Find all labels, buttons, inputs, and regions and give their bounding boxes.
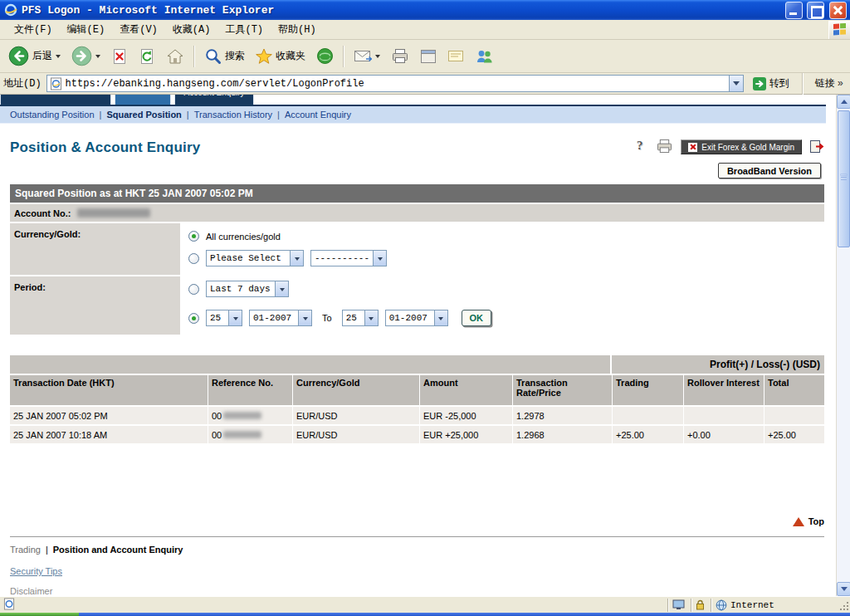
address-dropdown-button[interactable]	[729, 76, 743, 91]
nav-transaction-history[interactable]: Transaction History	[194, 110, 272, 120]
mail-button[interactable]	[349, 45, 385, 67]
back-dropdown-icon[interactable]	[56, 55, 61, 61]
tab-partial-middle[interactable]	[115, 95, 171, 105]
nav-separator: |	[187, 110, 189, 120]
col-currency-gold: Currency/Gold	[292, 375, 419, 405]
exit-forex-gold-margin-button[interactable]: Exit Forex & Gold Margin	[681, 139, 802, 154]
arrow-down-icon	[841, 587, 848, 594]
print-icon	[391, 48, 409, 64]
go-button[interactable]: 转到	[749, 76, 794, 91]
vertical-scrollbar[interactable]	[836, 95, 850, 596]
ie-logo-icon	[4, 3, 17, 17]
tab-account-enquiry[interactable]: Account Enquiry	[174, 95, 254, 105]
menu-favorites[interactable]: 收藏(A)	[165, 20, 218, 39]
title-bar: PFS Logon - Microsoft Internet Explorer	[0, 0, 850, 20]
last7days-select[interactable]: Last 7 days	[206, 281, 289, 297]
help-icon[interactable]: ?	[633, 138, 648, 156]
col-transaction-rate: Transaction Rate/Price	[512, 375, 612, 405]
back-label: 后退	[32, 49, 52, 63]
svg-text:?: ?	[637, 139, 643, 152]
forward-button[interactable]	[66, 42, 105, 71]
logout-icon[interactable]	[809, 139, 824, 155]
mail-dropdown-icon[interactable]	[375, 55, 380, 61]
chevron-more-icon: »	[838, 78, 843, 90]
ok-button[interactable]: OK	[462, 310, 491, 326]
close-button[interactable]	[829, 2, 847, 19]
tab-partial-left[interactable]	[0, 95, 111, 105]
nav-account-enquiry[interactable]: Account Enquiry	[285, 110, 351, 120]
page-icon	[50, 77, 62, 90]
scroll-down-button[interactable]	[837, 582, 850, 596]
broadband-version-button[interactable]: BroadBand Version	[718, 163, 821, 178]
menu-tools[interactable]: 工具(T)	[217, 20, 271, 39]
pair-select[interactable]: ----------	[310, 250, 387, 266]
menu-edit[interactable]: 编辑(E)	[60, 20, 113, 39]
address-input[interactable]: https://ebanking.hangseng.com/servlet/Lo…	[46, 75, 744, 92]
print-page-icon[interactable]	[656, 139, 673, 155]
subnav-bar: Outstanding Position | Squared Position …	[0, 106, 826, 124]
profit-loss-header-row: Profit(+) / Loss(-) (USD)	[10, 355, 824, 374]
search-button[interactable]: 搜索	[199, 43, 250, 69]
go-label: 转到	[769, 76, 789, 90]
refresh-button[interactable]	[134, 44, 160, 69]
cell-trading: +25.00	[612, 426, 683, 443]
media-button[interactable]	[311, 43, 339, 69]
exit-button-label: Exit Forex & Gold Margin	[701, 143, 794, 152]
messenger-button[interactable]	[470, 45, 498, 68]
home-button[interactable]	[161, 44, 189, 69]
search-icon	[204, 47, 222, 65]
favorites-button[interactable]: 收藏夹	[251, 44, 310, 69]
table-row: 25 JAN 2007 10:18 AM 00 EUR/USD EUR +25,…	[10, 426, 824, 443]
specific-currency-radio[interactable]	[188, 253, 199, 264]
menu-help[interactable]: 帮助(H)	[271, 20, 324, 39]
footer-divider	[10, 536, 824, 537]
profit-loss-header-spacer	[10, 355, 610, 374]
nav-squared-position[interactable]: Squared Position	[106, 110, 181, 120]
favorites-star-icon	[256, 48, 272, 65]
all-currencies-radio[interactable]	[188, 231, 199, 242]
stop-button[interactable]	[106, 44, 133, 69]
forward-dropdown-icon[interactable]	[95, 55, 100, 61]
links-button[interactable]: 链接 »	[812, 76, 847, 91]
footer-trading-link[interactable]: Trading	[10, 545, 41, 555]
monitor-icon	[672, 599, 685, 610]
security-tips-link[interactable]: Security Tips	[10, 566, 62, 576]
discuss-button[interactable]	[442, 45, 469, 68]
menu-view[interactable]: 查看(V)	[112, 20, 165, 39]
forward-icon	[71, 46, 92, 66]
page-title: Position & Account Enquiry	[10, 139, 200, 156]
back-button[interactable]: 后退	[3, 42, 66, 71]
footer-current-page: Position and Account Enquiry	[53, 545, 183, 555]
disclaimer-link[interactable]: Disclaimer	[10, 586, 52, 596]
currency-select[interactable]: Please Select	[206, 250, 304, 266]
edit-button[interactable]	[415, 45, 442, 68]
minimize-button[interactable]	[785, 2, 803, 19]
scrollbar-thumb[interactable]	[838, 110, 850, 247]
from-day-select[interactable]: 25	[206, 310, 242, 326]
to-month-select[interactable]: 01-2007	[385, 310, 448, 326]
chevron-down-icon	[290, 251, 303, 266]
from-month-select[interactable]: 01-2007	[249, 310, 312, 326]
account-label: Account No.:	[14, 208, 71, 218]
nav-outstanding-position[interactable]: Outstanding Position	[10, 110, 95, 120]
menu-file[interactable]: 文件(F)	[7, 20, 60, 39]
date-range-radio[interactable]	[188, 313, 199, 324]
col-transaction-date: Transaction Date (HKT)	[10, 375, 208, 405]
status-bar: Internet	[0, 596, 850, 613]
scroll-up-button[interactable]	[837, 95, 850, 109]
start-button-edge[interactable]	[0, 613, 79, 616]
cell-rollover: +0.00	[683, 426, 764, 443]
menu-bar: 文件(F) 编辑(E) 查看(V) 收藏(A) 工具(T) 帮助(H)	[0, 20, 850, 40]
browser-window: PFS Logon - Microsoft Internet Explorer …	[0, 0, 850, 616]
status-zone-pane: Internet	[711, 599, 835, 612]
maximize-button[interactable]	[807, 2, 824, 19]
print-button[interactable]	[386, 44, 414, 68]
address-label: 地址(D)	[3, 76, 42, 90]
table-row: 25 JAN 2007 05:02 PM 00 EUR/USD EUR -25,…	[10, 407, 824, 424]
redacted-reference	[223, 431, 261, 438]
last7days-radio[interactable]	[188, 284, 199, 295]
to-day-select[interactable]: 25	[342, 310, 379, 326]
status-lock-pane	[691, 599, 709, 612]
top-link[interactable]: Top	[793, 516, 824, 526]
window-title: PFS Logon - Microsoft Internet Explorer	[22, 4, 781, 17]
